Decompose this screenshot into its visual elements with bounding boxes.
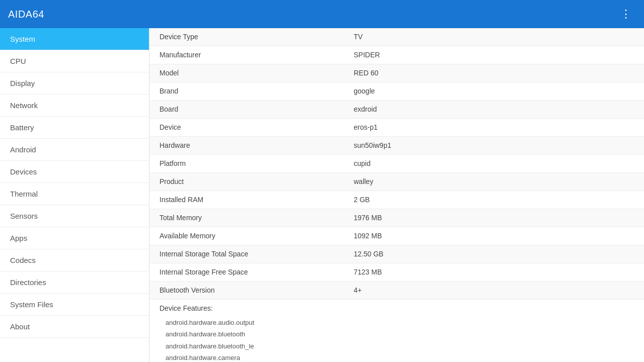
row-value: TV bbox=[346, 28, 644, 45]
sidebar-item-android[interactable]: Android bbox=[0, 139, 149, 161]
row-value: cupid bbox=[346, 155, 644, 172]
table-row: Available Memory1092 MB bbox=[149, 227, 644, 245]
table-row: Internal Storage Free Space7123 MB bbox=[149, 263, 644, 282]
table-row: Installed RAM2 GB bbox=[149, 191, 644, 209]
sidebar-item-system-files[interactable]: System Files bbox=[0, 294, 149, 316]
row-value: RED 60 bbox=[346, 64, 644, 81]
row-value: google bbox=[346, 82, 644, 100]
row-label: Platform bbox=[149, 155, 346, 172]
device-features-list: android.hardware.audio.outputandroid.har… bbox=[149, 317, 644, 362]
sidebar-item-cpu[interactable]: CPU bbox=[0, 50, 149, 72]
feature-item: android.hardware.bluetooth_le bbox=[166, 340, 636, 352]
feature-item: android.hardware.audio.output bbox=[166, 317, 636, 328]
table-row: Bluetooth Version4+ bbox=[149, 282, 644, 300]
row-label: Internal Storage Total Space bbox=[149, 245, 346, 262]
sidebar-item-thermal[interactable]: Thermal bbox=[0, 183, 149, 205]
table-row: Hardwaresun50iw9p1 bbox=[149, 137, 644, 155]
row-value: walley bbox=[346, 173, 644, 190]
row-value: 1976 MB bbox=[346, 209, 644, 226]
row-label: Brand bbox=[149, 82, 346, 100]
row-label: Product bbox=[149, 173, 346, 190]
row-label: Available Memory bbox=[149, 227, 346, 244]
row-label: Board bbox=[149, 101, 346, 118]
menu-icon[interactable]: ⋮ bbox=[616, 4, 636, 24]
row-label: Device bbox=[149, 119, 346, 136]
row-label: Total Memory bbox=[149, 209, 346, 226]
main-layout: SystemCPUDisplayNetworkBatteryAndroidDev… bbox=[0, 28, 644, 362]
row-label: Hardware bbox=[149, 137, 346, 154]
sidebar-item-apps[interactable]: Apps bbox=[0, 227, 149, 249]
table-row: ModelRED 60 bbox=[149, 64, 644, 82]
table-row: ManufacturerSPIDER bbox=[149, 46, 644, 64]
device-features-label: Device Features: bbox=[149, 300, 346, 317]
sidebar-item-battery[interactable]: Battery bbox=[0, 117, 149, 139]
sidebar-item-devices[interactable]: Devices bbox=[0, 161, 149, 183]
row-value: eros-p1 bbox=[346, 119, 644, 136]
sidebar: SystemCPUDisplayNetworkBatteryAndroidDev… bbox=[0, 28, 149, 362]
row-label: Device Type bbox=[149, 28, 346, 45]
sidebar-item-system[interactable]: System bbox=[0, 28, 149, 50]
row-value: sun50iw9p1 bbox=[346, 137, 644, 154]
sidebar-item-display[interactable]: Display bbox=[0, 72, 149, 95]
topbar: AIDA64 ⋮ bbox=[0, 0, 644, 28]
app-title: AIDA64 bbox=[8, 9, 44, 20]
row-label: Manufacturer bbox=[149, 46, 346, 63]
row-value: exdroid bbox=[346, 101, 644, 118]
main-content: Device TypeTVManufacturerSPIDERModelRED … bbox=[149, 28, 644, 362]
device-features-row: Device Features:android.hardware.audio.o… bbox=[149, 300, 644, 362]
row-label: Bluetooth Version bbox=[149, 282, 346, 299]
row-label: Model bbox=[149, 64, 346, 81]
row-value: 2 GB bbox=[346, 191, 644, 208]
table-row: Total Memory1976 MB bbox=[149, 209, 644, 227]
feature-item: android.hardware.camera bbox=[166, 352, 636, 362]
row-label: Internal Storage Free Space bbox=[149, 263, 346, 281]
table-row: Platformcupid bbox=[149, 155, 644, 173]
sidebar-item-codecs[interactable]: Codecs bbox=[0, 249, 149, 272]
row-value: SPIDER bbox=[346, 46, 644, 63]
sidebar-item-sensors[interactable]: Sensors bbox=[0, 205, 149, 227]
row-value: 7123 MB bbox=[346, 263, 644, 281]
row-value: 4+ bbox=[346, 282, 644, 299]
table-row: Boardexdroid bbox=[149, 101, 644, 119]
feature-item: android.hardware.bluetooth bbox=[166, 328, 636, 340]
row-value: 12.50 GB bbox=[346, 245, 644, 262]
table-row: Brandgoogle bbox=[149, 82, 644, 101]
table-row: Device TypeTV bbox=[149, 28, 644, 46]
row-value: 1092 MB bbox=[346, 227, 644, 244]
table-row: Productwalley bbox=[149, 173, 644, 191]
table-row: Deviceeros-p1 bbox=[149, 119, 644, 137]
sidebar-item-about[interactable]: About bbox=[0, 316, 149, 338]
sidebar-item-network[interactable]: Network bbox=[0, 95, 149, 117]
row-label: Installed RAM bbox=[149, 191, 346, 208]
table-row: Internal Storage Total Space12.50 GB bbox=[149, 245, 644, 263]
sidebar-item-directories[interactable]: Directories bbox=[0, 272, 149, 294]
